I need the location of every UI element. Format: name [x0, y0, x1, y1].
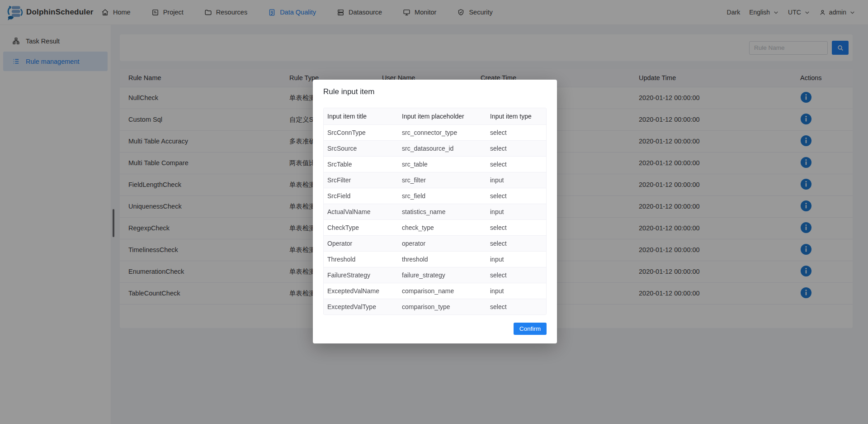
modal-title: Rule input item	[323, 87, 547, 96]
modal-cell-placeholder: comparison_type	[398, 299, 486, 314]
modal-cell-title: SrcField	[324, 188, 398, 204]
modal-cell-placeholder: src_field	[398, 188, 486, 204]
modal-column-header: Input item title	[324, 108, 398, 124]
modal-cell-title: SrcSource	[324, 140, 398, 156]
rule-input-item-table: Input item titleInput item placeholderIn…	[324, 108, 546, 314]
modal-cell-title: SrcTable	[324, 156, 398, 172]
modal-cell-title: ActualValName	[324, 204, 398, 219]
modal-table-row: SrcConnTypesrc_connector_typeselect	[324, 124, 546, 140]
modal-cell-title: Threshold	[324, 251, 398, 267]
rule-input-item-table-wrap: Input item titleInput item placeholderIn…	[323, 108, 547, 315]
modal-cell-type: input	[486, 251, 546, 267]
modal-table-row: SrcTablesrc_tableselect	[324, 156, 546, 172]
modal-cell-placeholder: src_datasource_id	[398, 140, 486, 156]
rule-input-item-modal: Rule input item Input item titleInput it…	[313, 80, 557, 343]
confirm-button[interactable]: Confirm	[514, 323, 547, 335]
modal-cell-type: select	[486, 156, 546, 172]
modal-cell-title: ExceptedValType	[324, 299, 398, 314]
modal-cell-placeholder: threshold	[398, 251, 486, 267]
modal-table-row: Thresholdthresholdinput	[324, 251, 546, 267]
modal-table-row: SrcSourcesrc_datasource_idselect	[324, 140, 546, 156]
modal-cell-title: FailureStrategy	[324, 267, 398, 283]
modal-cell-placeholder: failure_strategy	[398, 267, 486, 283]
modal-cell-title: CheckType	[324, 219, 398, 235]
modal-table-row: CheckTypecheck_typeselect	[324, 219, 546, 235]
modal-cell-type: select	[486, 219, 546, 235]
modal-table-row: Operatoroperatorselect	[324, 235, 546, 251]
modal-cell-placeholder: check_type	[398, 219, 486, 235]
modal-cell-type: select	[486, 124, 546, 140]
modal-table-row: FailureStrategyfailure_strategyselect	[324, 267, 546, 283]
modal-table-row: SrcFiltersrc_filterinput	[324, 172, 546, 188]
modal-table-row: ExceptedValNamecomparison_nameinput	[324, 283, 546, 299]
modal-cell-type: select	[486, 140, 546, 156]
modal-cell-placeholder: operator	[398, 235, 486, 251]
modal-cell-placeholder: src_filter	[398, 172, 486, 188]
modal-cell-placeholder: statistics_name	[398, 204, 486, 219]
modal-table-row: ExceptedValTypecomparison_typeselect	[324, 299, 546, 314]
modal-cell-title: SrcConnType	[324, 124, 398, 140]
modal-cell-type: input	[486, 172, 546, 188]
modal-cell-type: select	[486, 235, 546, 251]
modal-cell-placeholder: src_table	[398, 156, 486, 172]
modal-cell-title: Operator	[324, 235, 398, 251]
modal-cell-type: input	[486, 204, 546, 219]
modal-column-header: Input item type	[486, 108, 546, 124]
modal-cell-type: select	[486, 299, 546, 314]
modal-cell-title: SrcFilter	[324, 172, 398, 188]
modal-table-row: SrcFieldsrc_fieldselect	[324, 188, 546, 204]
modal-cell-title: ExceptedValName	[324, 283, 398, 299]
modal-table-row: ActualValNamestatistics_nameinput	[324, 204, 546, 219]
modal-cell-type: input	[486, 283, 546, 299]
modal-cell-placeholder: src_connector_type	[398, 124, 486, 140]
modal-cell-placeholder: comparison_name	[398, 283, 486, 299]
modal-cell-type: select	[486, 267, 546, 283]
modal-column-header: Input item placeholder	[398, 108, 486, 124]
modal-footer: Confirm	[323, 323, 547, 335]
modal-cell-type: select	[486, 188, 546, 204]
